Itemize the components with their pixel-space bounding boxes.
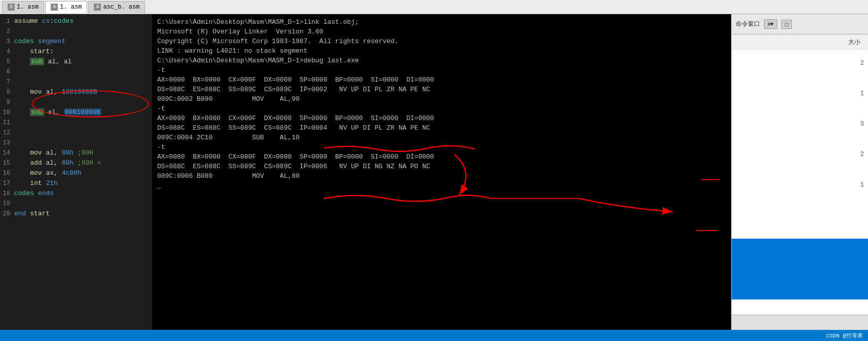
terminal-line: AX=0080 BX=0000 CX=000F DX=0000 SP=0000 … bbox=[157, 152, 726, 162]
main-content: 1assume cs:codes23codes segment4 start:5… bbox=[0, 14, 868, 330]
code-line: 11 bbox=[0, 118, 152, 128]
code-token: 10010000B bbox=[62, 88, 97, 96]
code-token: 21h bbox=[46, 179, 57, 187]
line-number: 18 bbox=[0, 188, 14, 199]
terminal-line: LINK : warning L4021: no stack segment bbox=[157, 46, 726, 56]
terminal-line: C:\Users\Admin\Desktop\Masm\MASM_D~1>lin… bbox=[157, 17, 726, 27]
code-token bbox=[34, 37, 38, 45]
right-resize-button[interactable]: □ bbox=[781, 20, 792, 29]
code-token bbox=[34, 190, 38, 197]
line-content: end start bbox=[14, 209, 152, 219]
right-panel: 命令窗口 ≡▾ □ 大小 2 1 3 2 1 bbox=[731, 14, 868, 330]
code-token: 4c00h bbox=[62, 169, 82, 177]
code-token bbox=[74, 159, 78, 167]
code-token: sub bbox=[30, 58, 44, 65]
code-token bbox=[14, 58, 30, 65]
line-content: mov ax, 4c00h bbox=[14, 168, 152, 178]
code-line: 7 bbox=[0, 77, 152, 87]
code-token: ax, bbox=[42, 169, 62, 177]
code-token: al, bbox=[42, 88, 62, 96]
code-line: 14 mov al, 80h ;80H bbox=[0, 148, 152, 158]
code-line: 17 int 21h bbox=[0, 178, 152, 188]
size-label: 大小 bbox=[848, 38, 860, 47]
tab-2-label: 1. asm bbox=[60, 4, 82, 11]
code-token: mov bbox=[30, 88, 42, 96]
code-token: int bbox=[30, 179, 42, 187]
code-token: assume bbox=[14, 17, 38, 25]
terminal-panel[interactable]: C:\Users\Admin\Desktop\Masm\MASM_D~1>lin… bbox=[152, 14, 731, 330]
code-line: 16 mov ax, 4c00h bbox=[0, 168, 152, 178]
code-line: 15 add al, 80h ;80H = bbox=[0, 158, 152, 168]
line-content: assume cs:codes bbox=[14, 16, 152, 26]
line-number: 13 bbox=[0, 138, 14, 148]
code-token: al, bbox=[44, 108, 64, 116]
terminal-line: AX=0000 BX=0000 CX=000F DX=0000 SP=0000 … bbox=[157, 75, 726, 85]
right-menu-button[interactable]: ≡▾ bbox=[764, 19, 777, 29]
line-number: 20 bbox=[0, 209, 14, 219]
blue-highlight-box bbox=[732, 239, 868, 299]
right-num-2: 1 bbox=[860, 90, 864, 97]
code-line: 12 bbox=[0, 128, 152, 138]
right-panel-label: 命令窗口 bbox=[736, 20, 760, 28]
code-line: 1assume cs:codes bbox=[0, 16, 152, 26]
terminal-line: DS=088C ES=088C SS=089C CS=089C IP=0006 … bbox=[157, 162, 726, 171]
code-token: segment bbox=[38, 37, 66, 45]
line-content: codes ends bbox=[14, 188, 152, 199]
terminal-line: Copyright (C) Microsoft Corp 1983-1987. … bbox=[157, 36, 726, 46]
code-token: codes bbox=[54, 17, 74, 25]
code-line: 5 sub al, al bbox=[0, 57, 152, 67]
line-number: 17 bbox=[0, 178, 14, 188]
line-number: 12 bbox=[0, 128, 14, 138]
terminal-line: -t bbox=[157, 104, 726, 113]
right-main-area: 2 1 3 2 1 bbox=[732, 50, 868, 315]
terminal-line: 089C:0004 2C10 SUB AL,10 bbox=[157, 133, 726, 142]
code-token: codes bbox=[14, 37, 34, 45]
code-token bbox=[38, 17, 42, 25]
terminal-line: 089C:0002 B090 MOV AL,90 bbox=[157, 94, 726, 104]
code-line: 19 bbox=[0, 199, 152, 209]
code-line: 10 sub al, 00010000B bbox=[0, 107, 152, 118]
code-token: end bbox=[14, 210, 26, 217]
code-token: 00010000B bbox=[64, 108, 101, 116]
line-number: 9 bbox=[0, 97, 14, 107]
code-token: 80h bbox=[62, 149, 74, 157]
line-content: start: bbox=[14, 47, 152, 57]
tab-1-asm-active[interactable]: A 1. asm bbox=[45, 1, 87, 13]
right-toolbar: 命令窗口 ≡▾ □ bbox=[732, 14, 868, 34]
line-content: codes segment bbox=[14, 36, 152, 47]
code-line: 18codes ends bbox=[0, 188, 152, 199]
line-content: mov al, 80h ;80H bbox=[14, 148, 152, 158]
line-content: sub al, al bbox=[14, 57, 152, 67]
line-number: 15 bbox=[0, 158, 14, 168]
code-token: mov bbox=[30, 149, 42, 157]
tab-3-label: asc_b. asm bbox=[103, 4, 139, 11]
code-token: start bbox=[30, 210, 50, 217]
code-line: 2 bbox=[0, 26, 152, 36]
code-token: al, al bbox=[44, 58, 72, 65]
code-token: ;80H bbox=[78, 149, 93, 157]
line-number: 6 bbox=[0, 67, 14, 77]
line-number: 7 bbox=[0, 77, 14, 87]
line-number: 3 bbox=[0, 36, 14, 47]
code-token bbox=[14, 149, 30, 157]
code-token: add bbox=[30, 159, 42, 167]
code-line: 4 start: bbox=[0, 47, 152, 57]
tab-asc-b-asm[interactable]: A asc_b. asm bbox=[88, 1, 145, 13]
code-token: codes bbox=[14, 190, 34, 197]
right-num-1: 2 bbox=[860, 60, 864, 67]
line-number: 10 bbox=[0, 107, 14, 118]
code-token bbox=[14, 179, 30, 187]
terminal-line: C:\Users\Admin\Desktop\Masm\MASM_D~1>deb… bbox=[157, 56, 726, 65]
tab-1-asm[interactable]: A 1. asm bbox=[2, 1, 44, 13]
code-line: 20end start bbox=[0, 209, 152, 219]
line-content: add al, 80h ;80H = bbox=[14, 158, 152, 168]
tab-bar: A 1. asm A 1. asm A asc_b. asm bbox=[0, 0, 868, 14]
code-line: 9 bbox=[0, 97, 152, 107]
terminal-line: -t bbox=[157, 142, 726, 152]
line-number: 8 bbox=[0, 87, 14, 97]
code-token: mov bbox=[30, 169, 42, 177]
code-line: 6 bbox=[0, 67, 152, 77]
code-token bbox=[14, 108, 30, 116]
code-token: cs bbox=[42, 17, 50, 25]
terminal-line: AX=0090 BX=0000 CX=000F DX=0000 SP=0000 … bbox=[157, 113, 726, 123]
